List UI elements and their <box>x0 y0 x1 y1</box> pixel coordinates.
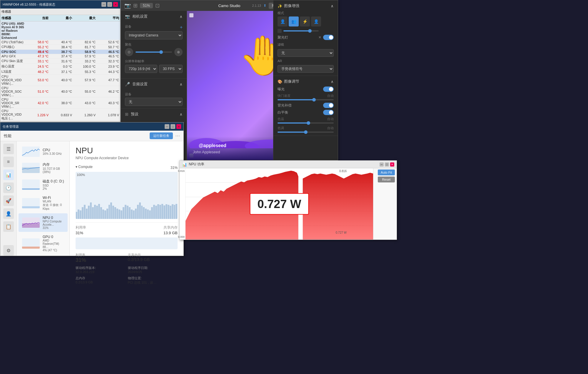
svg-rect-8 <box>22 247 40 249</box>
device-npu0-name: NPU 0 <box>43 216 64 220</box>
device-disk[interactable]: 磁盘 0 (C: D:) SSD 2% <box>19 177 68 193</box>
camo-audio-header-left: 🎤 音频设置 <box>125 82 148 87</box>
npu-reset-btn[interactable]: Reset <box>378 177 395 182</box>
npu-total-mem-value: 0.2/13.9 GB <box>76 280 126 284</box>
camo-add-device-btn[interactable]: + <box>180 25 183 30</box>
camo-wb-toggle[interactable] <box>323 110 334 115</box>
npu-location-value: PCI 总线 101，设… <box>128 280 178 285</box>
camo-enhance-main-slider[interactable] <box>283 30 319 31</box>
camo-mode-portrait[interactable]: 👤 <box>278 16 288 26</box>
camo-audio-header[interactable]: 🎤 音频设置 ∧ <box>121 79 187 90</box>
npu-bar <box>139 202 141 219</box>
npu-compute-header: ▾ Compute 31% <box>76 165 178 171</box>
camo-focus-slider[interactable] <box>136 51 172 53</box>
hwinfo-table-row: L3温度 48.2 °C 37.1 °C 55.3 °C 44.3 °C <box>0 69 120 74</box>
npu-driver-ver-value: 32.0.203.219 <box>76 270 126 274</box>
camo-exposure-slider[interactable] <box>278 99 334 100</box>
taskmgr-sidebar-menu[interactable]: ☰ <box>3 144 14 154</box>
camo-preset-collapse-icon: ∧ <box>180 112 183 117</box>
npu-bar <box>92 207 94 219</box>
camo-focus-tune-icon[interactable]: ⊕ <box>174 48 183 56</box>
taskmgr-sidebar-processes[interactable]: ≡ <box>3 157 14 167</box>
hwinfo-val-cur: 24.5 °C <box>25 65 49 68</box>
taskmgr-perf-label: 性能 <box>4 133 11 139</box>
npu-bar <box>129 207 131 219</box>
taskmgr-sidebar-settings[interactable]: ⚙ <box>3 245 14 256</box>
hwinfo-table: CPU (#0): AMD Ryzen AI 9 365 w/ Radeon 8… <box>0 21 120 122</box>
taskmgr-maximize-btn[interactable]: □ <box>171 124 175 129</box>
hwinfo-val-min: 38.0 °C <box>49 101 72 105</box>
hwinfo-sensor-name: CPU (Tctl/Tdie) <box>1 40 25 44</box>
camo-fps-select[interactable]: 30 FPS <box>159 65 183 73</box>
npu-power-minimize[interactable]: ─ <box>380 162 384 167</box>
camo-mode-section: 模式 👤 👥 ⚡ 👤 <box>278 11 334 26</box>
hwinfo-table-row: CPU SOC 49.4 °C 38.7 °C 58.9 °C 46.5 °C <box>0 50 120 54</box>
npu-subtitle: NPU Compute Accelerator Device <box>76 156 129 160</box>
memory-mini-svg <box>22 163 40 173</box>
taskmgr-sidebar-performance[interactable]: 📊 <box>3 169 14 180</box>
npu-bar <box>86 209 88 219</box>
taskmgr-minimize-btn[interactable]: ─ <box>165 124 169 129</box>
camo-spotlight-label: 聚光灯 <box>278 35 288 40</box>
taskmgr-menu-right: 运行新任务 ⋯ <box>150 132 180 139</box>
camo-exposure-toggle[interactable] <box>323 87 334 92</box>
taskmgr-sidebar-history[interactable]: 🕐 <box>3 182 14 193</box>
camo-device-select[interactable]: Integrated Camera <box>125 31 183 39</box>
device-memory[interactable]: 内存 10.7/27.8 GB (38%) <box>19 160 68 176</box>
taskmgr-sidebar-startup[interactable]: 🚀 <box>3 195 14 206</box>
taskmgr-more-icon[interactable]: ⋯ <box>175 133 180 139</box>
hwinfo-val-avg: 47.7 °C <box>96 78 119 82</box>
camo-ar-select[interactable]: 手势表情符号 <box>278 65 334 73</box>
camo-resolution-select[interactable]: 720p 16:9 (HD) <box>125 65 157 73</box>
device-wifi[interactable]: Wi-Fi WLAN 发送: 0 接收: 0 Kbps <box>19 193 68 213</box>
svg-rect-5 <box>22 188 40 190</box>
camo-camera-header[interactable]: 📷 相机设置 ∧ <box>121 11 187 22</box>
taskmgr-new-task-btn[interactable]: 运行新任务 <box>150 132 173 139</box>
hwinfo-val-cur: 1.226 V <box>25 113 49 117</box>
device-wifi-traffic: 发送: 0 接收: 0 Kbps <box>43 203 64 210</box>
camo-spotlight-toggle[interactable] <box>323 35 334 40</box>
camo-audio-device-select[interactable]: 无 <box>125 98 183 106</box>
camo-preset-header[interactable]: ⊞ 预设 ∧ <box>121 109 187 120</box>
hwinfo-table-row: CPU (Tctl/Tdie) 58.0 °C 40.4 °C 82.6 °C … <box>0 40 120 44</box>
camo-spotlight-x[interactable]: ✕ <box>318 35 321 39</box>
npu-stats-row: 利用率 31% 共享内存 13.9 GB <box>76 222 178 235</box>
camo-focus-icon[interactable]: ⊙ <box>125 48 133 56</box>
npu-autoscale-btn[interactable]: Auto Fit <box>378 169 395 175</box>
npu-util2-value: 31% <box>76 257 126 263</box>
device-npu0[interactable]: NPU 0 NPU Compute Accele... 31% <box>19 213 68 232</box>
npu-power-maximize[interactable]: □ <box>385 162 389 167</box>
camo-filter-select[interactable]: 无 <box>278 49 334 57</box>
device-npu0-usage: 31% <box>43 226 64 230</box>
npu-power-close[interactable]: ✕ <box>390 162 394 167</box>
device-gpu0[interactable]: GPU 0 AMD Radeon(TM) 88... 4% (47 °C) <box>19 232 68 254</box>
camo-bg-toggle[interactable] <box>323 103 334 108</box>
npu-title: NPU <box>76 146 129 155</box>
hwinfo-table-row: CPU VDDCR_SR VRM (… 42.0 °C 38.0 °C 43.0… <box>0 97 120 109</box>
npu-bar <box>172 204 173 219</box>
taskmgr-close-btn[interactable]: ✕ <box>176 124 181 129</box>
camo-mode-label: 模式 <box>278 11 334 15</box>
camo-mode-group[interactable]: 👥 <box>289 16 299 26</box>
camo-color-tint-slider[interactable] <box>278 132 334 133</box>
camo-enhance-slider-icon <box>278 29 282 33</box>
hwinfo-val-avg: 46.5 °C <box>96 54 119 58</box>
taskmgr-sidebar-users[interactable]: 👤 <box>3 208 14 219</box>
taskmgr-sidebar-details[interactable]: 📋 <box>3 221 14 232</box>
hwinfo-table-row: APU GFX 47.3 °C 37.4 °C 57.9 °C 46.5 °C <box>0 54 120 59</box>
hwinfo-minimize-btn[interactable]: ─ <box>101 2 106 7</box>
hwinfo-maximize-btn[interactable]: □ <box>107 2 112 7</box>
preview-corner-tl <box>189 13 193 17</box>
device-cpu[interactable]: CPU 16% 3.30 GHz <box>19 144 68 159</box>
taskmgr-body: ☰ ≡ 📊 🕐 🚀 👤 📋 ⚙ CPU 16% 3.30 GHz <box>0 141 183 256</box>
device-cpu-name: CPU <box>43 148 64 152</box>
gpu0-mini-svg <box>22 238 40 249</box>
npu-bar <box>112 206 114 219</box>
camo-mode-lightning[interactable]: ⚡ <box>300 16 310 26</box>
hwinfo-close-btn[interactable]: ✕ <box>113 2 118 7</box>
camo-enhance-title: ✨ 图像增强 ∧ <box>278 3 334 9</box>
camo-mode-auto[interactable]: 👤 <box>311 16 321 26</box>
npu-bar <box>78 210 79 219</box>
device-wifi-info: Wi-Fi WLAN 发送: 0 接收: 0 Kbps <box>43 196 64 210</box>
camo-color-temp-slider[interactable] <box>278 122 334 124</box>
